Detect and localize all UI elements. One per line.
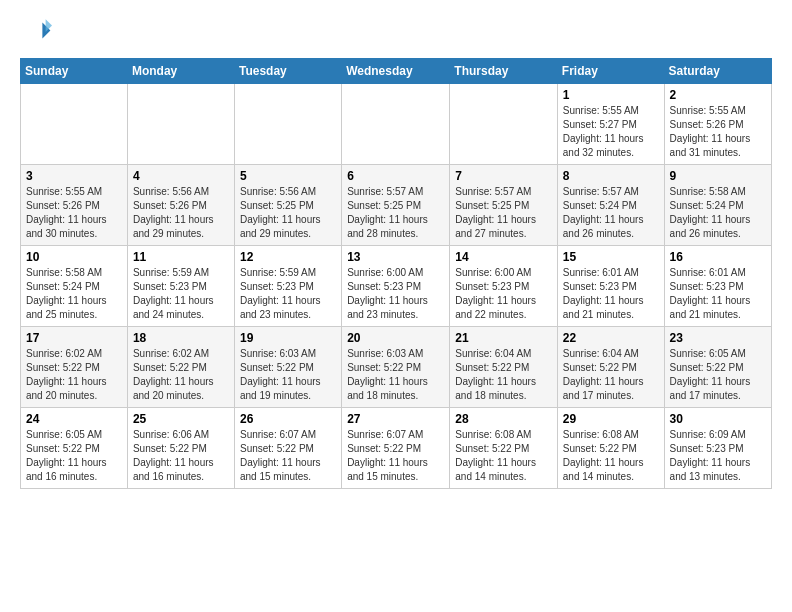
day-info: Sunrise: 5:57 AM Sunset: 5:25 PM Dayligh… <box>347 185 444 241</box>
day-cell: 16Sunrise: 6:01 AM Sunset: 5:23 PM Dayli… <box>664 246 771 327</box>
day-info: Sunrise: 5:55 AM Sunset: 5:26 PM Dayligh… <box>670 104 766 160</box>
day-number: 17 <box>26 331 122 345</box>
day-cell: 9Sunrise: 5:58 AM Sunset: 5:24 PM Daylig… <box>664 165 771 246</box>
day-info: Sunrise: 6:08 AM Sunset: 5:22 PM Dayligh… <box>455 428 552 484</box>
day-cell: 7Sunrise: 5:57 AM Sunset: 5:25 PM Daylig… <box>450 165 558 246</box>
day-cell: 11Sunrise: 5:59 AM Sunset: 5:23 PM Dayli… <box>127 246 234 327</box>
logo <box>20 16 56 48</box>
day-number: 4 <box>133 169 229 183</box>
day-cell: 22Sunrise: 6:04 AM Sunset: 5:22 PM Dayli… <box>557 327 664 408</box>
week-row-1: 3Sunrise: 5:55 AM Sunset: 5:26 PM Daylig… <box>21 165 772 246</box>
day-info: Sunrise: 5:58 AM Sunset: 5:24 PM Dayligh… <box>670 185 766 241</box>
day-number: 2 <box>670 88 766 102</box>
day-cell: 4Sunrise: 5:56 AM Sunset: 5:26 PM Daylig… <box>127 165 234 246</box>
day-info: Sunrise: 6:08 AM Sunset: 5:22 PM Dayligh… <box>563 428 659 484</box>
day-info: Sunrise: 5:57 AM Sunset: 5:24 PM Dayligh… <box>563 185 659 241</box>
day-cell: 13Sunrise: 6:00 AM Sunset: 5:23 PM Dayli… <box>342 246 450 327</box>
day-number: 15 <box>563 250 659 264</box>
weekday-sunday: Sunday <box>21 59 128 84</box>
day-number: 13 <box>347 250 444 264</box>
day-cell <box>450 84 558 165</box>
day-info: Sunrise: 6:07 AM Sunset: 5:22 PM Dayligh… <box>240 428 336 484</box>
day-number: 20 <box>347 331 444 345</box>
week-row-3: 17Sunrise: 6:02 AM Sunset: 5:22 PM Dayli… <box>21 327 772 408</box>
week-row-4: 24Sunrise: 6:05 AM Sunset: 5:22 PM Dayli… <box>21 408 772 489</box>
day-cell: 25Sunrise: 6:06 AM Sunset: 5:22 PM Dayli… <box>127 408 234 489</box>
calendar: SundayMondayTuesdayWednesdayThursdayFrid… <box>20 58 772 489</box>
day-cell: 21Sunrise: 6:04 AM Sunset: 5:22 PM Dayli… <box>450 327 558 408</box>
day-cell: 3Sunrise: 5:55 AM Sunset: 5:26 PM Daylig… <box>21 165 128 246</box>
day-number: 25 <box>133 412 229 426</box>
day-cell <box>234 84 341 165</box>
day-number: 19 <box>240 331 336 345</box>
day-cell: 1Sunrise: 5:55 AM Sunset: 5:27 PM Daylig… <box>557 84 664 165</box>
day-number: 28 <box>455 412 552 426</box>
day-number: 21 <box>455 331 552 345</box>
day-info: Sunrise: 5:56 AM Sunset: 5:26 PM Dayligh… <box>133 185 229 241</box>
logo-icon <box>20 16 52 48</box>
day-cell <box>127 84 234 165</box>
day-info: Sunrise: 5:57 AM Sunset: 5:25 PM Dayligh… <box>455 185 552 241</box>
day-cell: 14Sunrise: 6:00 AM Sunset: 5:23 PM Dayli… <box>450 246 558 327</box>
weekday-thursday: Thursday <box>450 59 558 84</box>
day-info: Sunrise: 5:59 AM Sunset: 5:23 PM Dayligh… <box>240 266 336 322</box>
day-cell <box>342 84 450 165</box>
day-info: Sunrise: 6:03 AM Sunset: 5:22 PM Dayligh… <box>347 347 444 403</box>
day-cell: 23Sunrise: 6:05 AM Sunset: 5:22 PM Dayli… <box>664 327 771 408</box>
day-cell: 15Sunrise: 6:01 AM Sunset: 5:23 PM Dayli… <box>557 246 664 327</box>
day-cell: 19Sunrise: 6:03 AM Sunset: 5:22 PM Dayli… <box>234 327 341 408</box>
day-cell: 20Sunrise: 6:03 AM Sunset: 5:22 PM Dayli… <box>342 327 450 408</box>
day-cell: 18Sunrise: 6:02 AM Sunset: 5:22 PM Dayli… <box>127 327 234 408</box>
day-number: 7 <box>455 169 552 183</box>
day-number: 29 <box>563 412 659 426</box>
day-info: Sunrise: 6:07 AM Sunset: 5:22 PM Dayligh… <box>347 428 444 484</box>
day-cell: 28Sunrise: 6:08 AM Sunset: 5:22 PM Dayli… <box>450 408 558 489</box>
weekday-saturday: Saturday <box>664 59 771 84</box>
day-cell: 27Sunrise: 6:07 AM Sunset: 5:22 PM Dayli… <box>342 408 450 489</box>
day-info: Sunrise: 6:01 AM Sunset: 5:23 PM Dayligh… <box>670 266 766 322</box>
day-cell: 10Sunrise: 5:58 AM Sunset: 5:24 PM Dayli… <box>21 246 128 327</box>
day-cell: 6Sunrise: 5:57 AM Sunset: 5:25 PM Daylig… <box>342 165 450 246</box>
day-number: 3 <box>26 169 122 183</box>
day-cell: 2Sunrise: 5:55 AM Sunset: 5:26 PM Daylig… <box>664 84 771 165</box>
day-number: 1 <box>563 88 659 102</box>
day-cell: 24Sunrise: 6:05 AM Sunset: 5:22 PM Dayli… <box>21 408 128 489</box>
day-number: 26 <box>240 412 336 426</box>
day-info: Sunrise: 6:04 AM Sunset: 5:22 PM Dayligh… <box>455 347 552 403</box>
day-cell: 12Sunrise: 5:59 AM Sunset: 5:23 PM Dayli… <box>234 246 341 327</box>
day-number: 12 <box>240 250 336 264</box>
day-number: 16 <box>670 250 766 264</box>
day-info: Sunrise: 6:03 AM Sunset: 5:22 PM Dayligh… <box>240 347 336 403</box>
weekday-friday: Friday <box>557 59 664 84</box>
day-info: Sunrise: 5:55 AM Sunset: 5:26 PM Dayligh… <box>26 185 122 241</box>
day-cell: 17Sunrise: 6:02 AM Sunset: 5:22 PM Dayli… <box>21 327 128 408</box>
day-cell: 30Sunrise: 6:09 AM Sunset: 5:23 PM Dayli… <box>664 408 771 489</box>
day-number: 8 <box>563 169 659 183</box>
day-info: Sunrise: 6:04 AM Sunset: 5:22 PM Dayligh… <box>563 347 659 403</box>
weekday-monday: Monday <box>127 59 234 84</box>
day-info: Sunrise: 6:05 AM Sunset: 5:22 PM Dayligh… <box>670 347 766 403</box>
day-number: 27 <box>347 412 444 426</box>
day-number: 9 <box>670 169 766 183</box>
page: SundayMondayTuesdayWednesdayThursdayFrid… <box>0 0 792 505</box>
day-number: 30 <box>670 412 766 426</box>
day-info: Sunrise: 6:06 AM Sunset: 5:22 PM Dayligh… <box>133 428 229 484</box>
day-cell: 8Sunrise: 5:57 AM Sunset: 5:24 PM Daylig… <box>557 165 664 246</box>
day-cell <box>21 84 128 165</box>
week-row-2: 10Sunrise: 5:58 AM Sunset: 5:24 PM Dayli… <box>21 246 772 327</box>
day-info: Sunrise: 6:00 AM Sunset: 5:23 PM Dayligh… <box>347 266 444 322</box>
day-info: Sunrise: 6:02 AM Sunset: 5:22 PM Dayligh… <box>26 347 122 403</box>
header <box>20 16 772 48</box>
day-cell: 26Sunrise: 6:07 AM Sunset: 5:22 PM Dayli… <box>234 408 341 489</box>
week-row-0: 1Sunrise: 5:55 AM Sunset: 5:27 PM Daylig… <box>21 84 772 165</box>
day-number: 18 <box>133 331 229 345</box>
day-info: Sunrise: 6:01 AM Sunset: 5:23 PM Dayligh… <box>563 266 659 322</box>
day-number: 6 <box>347 169 444 183</box>
day-number: 22 <box>563 331 659 345</box>
day-info: Sunrise: 6:05 AM Sunset: 5:22 PM Dayligh… <box>26 428 122 484</box>
day-number: 14 <box>455 250 552 264</box>
day-cell: 29Sunrise: 6:08 AM Sunset: 5:22 PM Dayli… <box>557 408 664 489</box>
day-info: Sunrise: 5:55 AM Sunset: 5:27 PM Dayligh… <box>563 104 659 160</box>
day-info: Sunrise: 5:59 AM Sunset: 5:23 PM Dayligh… <box>133 266 229 322</box>
weekday-header-row: SundayMondayTuesdayWednesdayThursdayFrid… <box>21 59 772 84</box>
